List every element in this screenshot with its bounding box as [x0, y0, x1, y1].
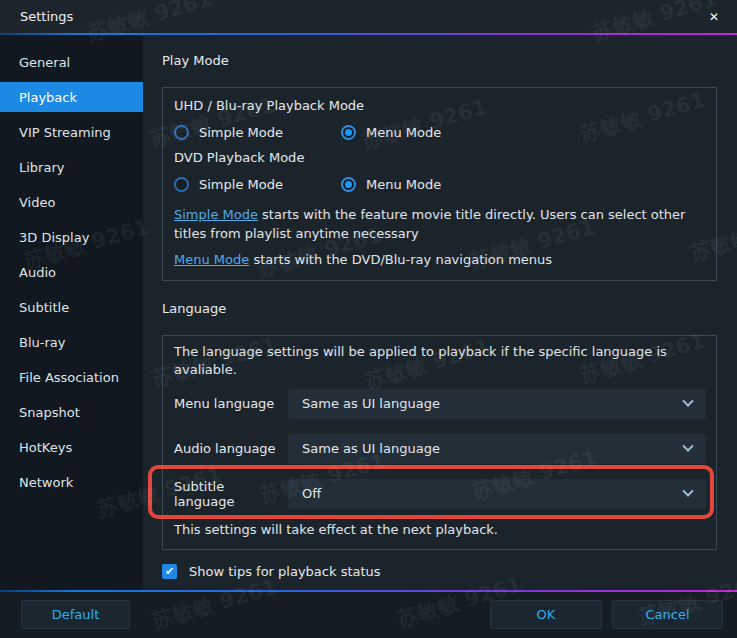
show-tips-checkbox[interactable]: ✔: [162, 564, 177, 579]
language-heading: Language: [162, 301, 717, 317]
menu-mode-link[interactable]: Menu Mode: [174, 252, 249, 267]
footer-accent-divider: [0, 590, 737, 592]
uhd-simple-mode-option[interactable]: Simple Mode: [174, 125, 341, 140]
chevron-down-icon: [682, 485, 693, 496]
sidebar-item-hotkeys[interactable]: HotKeys: [0, 432, 143, 462]
uhd-menu-mode-option[interactable]: Menu Mode: [341, 125, 441, 140]
chevron-down-icon: [682, 440, 693, 451]
sidebar-item-blu-ray[interactable]: Blu-ray: [0, 327, 143, 357]
language-intro-text: The language settings will be applied to…: [174, 343, 706, 380]
dvd-simple-mode-radio[interactable]: [174, 177, 189, 192]
dvd-menu-mode-radio[interactable]: [341, 177, 356, 192]
uhd-simple-mode-label: Simple Mode: [199, 125, 283, 140]
menu-language-value: Same as UI language: [302, 396, 440, 411]
uhd-mode-radio-row: Simple Mode Menu Mode: [174, 118, 706, 146]
menu-language-label: Menu language: [174, 396, 288, 411]
title-bar: Settings ✕: [0, 0, 737, 33]
simple-mode-link[interactable]: Simple Mode: [174, 207, 258, 222]
uhd-menu-mode-radio[interactable]: [341, 125, 356, 140]
settings-sidebar: GeneralPlaybackVIP StreamingLibraryVideo…: [0, 35, 143, 590]
audio-language-dropdown[interactable]: Same as UI language: [288, 434, 706, 464]
playback-settings-panel: Play Mode UHD / Blu-ray Playback Mode Si…: [143, 35, 737, 590]
sidebar-item-3d-display[interactable]: 3D Display: [0, 222, 143, 252]
subtitle-language-row: Subtitle language Off: [174, 479, 706, 509]
sidebar-item-subtitle[interactable]: Subtitle: [0, 292, 143, 322]
audio-language-row: Audio language Same as UI language: [174, 434, 706, 464]
sidebar-item-audio[interactable]: Audio: [0, 257, 143, 287]
sidebar-item-general[interactable]: General: [0, 47, 143, 77]
dvd-menu-mode-option[interactable]: Menu Mode: [341, 177, 441, 192]
sidebar-item-video[interactable]: Video: [0, 187, 143, 217]
chevron-down-icon: [682, 395, 693, 406]
dvd-mode-radio-row: Simple Mode Menu Mode: [174, 170, 706, 198]
subtitle-language-dropdown[interactable]: Off: [288, 479, 706, 509]
play-mode-groupbox: UHD / Blu-ray Playback Mode Simple Mode …: [162, 87, 717, 281]
ok-button[interactable]: OK: [490, 600, 602, 629]
audio-language-label: Audio language: [174, 441, 288, 456]
simple-mode-description: Simple Mode starts with the feature movi…: [174, 206, 706, 243]
sidebar-item-library[interactable]: Library: [0, 152, 143, 182]
footer-bar: Default OK Cancel: [0, 592, 737, 638]
language-note-text: This settings will take effect at the ne…: [174, 521, 706, 540]
default-button[interactable]: Default: [21, 600, 130, 629]
dvd-simple-mode-option[interactable]: Simple Mode: [174, 177, 341, 192]
menu-language-row: Menu language Same as UI language: [174, 389, 706, 419]
dvd-simple-mode-label: Simple Mode: [199, 177, 283, 192]
window-title: Settings: [20, 9, 73, 24]
uhd-menu-mode-label: Menu Mode: [366, 125, 441, 140]
audio-language-value: Same as UI language: [302, 441, 440, 456]
sidebar-item-vip-streaming[interactable]: VIP Streaming: [0, 117, 143, 147]
show-tips-label: Show tips for playback status: [189, 564, 381, 579]
menu-mode-description: Menu Mode starts with the DVD/Blu-ray na…: [174, 251, 706, 270]
sidebar-item-playback[interactable]: Playback: [0, 82, 143, 112]
menu-language-dropdown[interactable]: Same as UI language: [288, 389, 706, 419]
dvd-menu-mode-label: Menu Mode: [366, 177, 441, 192]
show-tips-row: ✔ Show tips for playback status: [162, 564, 717, 579]
titlebar-accent-divider: [0, 33, 737, 35]
sidebar-item-snapshot[interactable]: Snapshot: [0, 397, 143, 427]
subtitle-language-label: Subtitle language: [174, 479, 288, 509]
settings-dialog-body: GeneralPlaybackVIP StreamingLibraryVideo…: [0, 35, 737, 590]
sidebar-item-file-association[interactable]: File Association: [0, 362, 143, 392]
cancel-button[interactable]: Cancel: [612, 600, 723, 629]
language-groupbox: The language settings will be applied to…: [162, 335, 717, 551]
close-icon[interactable]: ✕: [703, 6, 725, 28]
uhd-simple-mode-radio[interactable]: [174, 125, 189, 140]
uhd-bluray-mode-label: UHD / Blu-ray Playback Mode: [174, 94, 706, 118]
sidebar-item-network[interactable]: Network: [0, 467, 143, 497]
dvd-mode-label: DVD Playback Mode: [174, 146, 706, 170]
subtitle-language-value: Off: [302, 486, 321, 501]
play-mode-heading: Play Mode: [162, 53, 717, 69]
menu-mode-description-text: starts with the DVD/Blu-ray navigation m…: [249, 252, 552, 267]
